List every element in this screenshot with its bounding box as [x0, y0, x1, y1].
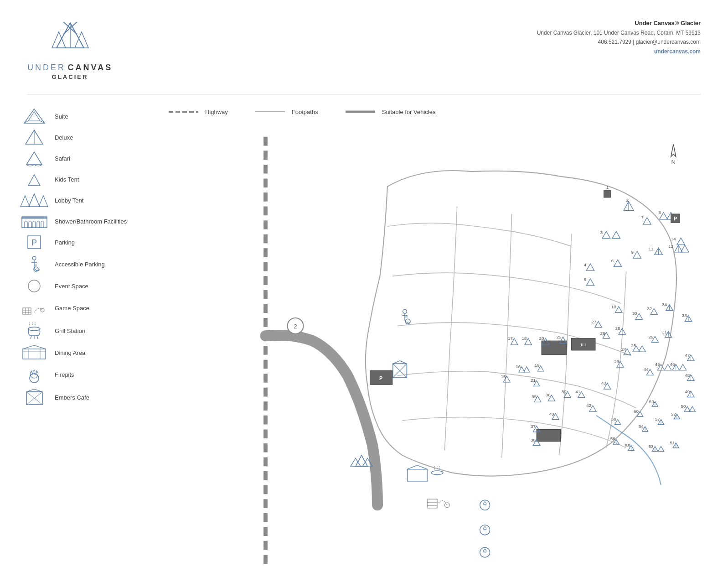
header-divider — [27, 94, 701, 94]
svg-marker-82 — [602, 231, 610, 238]
svg-text:36: 36 — [546, 392, 551, 397]
svg-text:34: 34 — [662, 302, 667, 307]
svg-text:19: 19 — [535, 363, 540, 368]
svg-marker-16 — [39, 196, 48, 207]
legend-item-game-space: Game Space — [18, 299, 150, 317]
svg-line-38 — [23, 345, 34, 349]
legend-item-shower: Shower/Bathroom Facilities — [18, 213, 150, 229]
svg-rect-24 — [23, 308, 31, 314]
svg-marker-14 — [21, 196, 30, 207]
svg-text:37: 37 — [531, 424, 536, 429]
legend-item-kids-tent: Kids Tent — [18, 171, 150, 187]
map-firepit-2 — [480, 525, 490, 535]
svg-text:9: 9 — [631, 250, 633, 255]
legend-highway: Highway — [169, 108, 228, 115]
svg-text:45: 45 — [655, 362, 660, 367]
suite-label: Suite — [55, 113, 68, 120]
svg-text:39: 39 — [562, 389, 567, 394]
company-phone: 406.521.7929 | glacier@undercanvas.com — [537, 37, 701, 47]
svg-text:3: 3 — [600, 230, 603, 235]
svg-text:55: 55 — [625, 443, 630, 448]
shower-label: Shower/Bathroom Facilities — [55, 218, 127, 225]
legend-item-safari: Safari — [18, 150, 150, 166]
map-firepit-1 — [480, 500, 490, 510]
svg-line-39 — [34, 345, 46, 349]
svg-text:11: 11 — [649, 246, 654, 251]
svg-marker-90 — [586, 264, 594, 270]
parking-label: Parking — [55, 239, 75, 246]
svg-point-23 — [28, 280, 40, 292]
svg-text:56: 56 — [610, 436, 615, 441]
legend-item-embers-cafe: Embers Cafe — [18, 388, 150, 406]
svg-marker-223 — [658, 446, 664, 451]
suite-icon — [18, 108, 50, 125]
svg-text:12: 12 — [668, 244, 673, 249]
kids-tent-icon — [18, 171, 50, 187]
svg-text:IIII: IIII — [581, 342, 586, 347]
svg-text:20: 20 — [539, 336, 544, 341]
svg-marker-7 — [28, 112, 40, 121]
svg-text:7: 7 — [641, 215, 643, 220]
map-accessible-parking — [403, 309, 410, 324]
event-space-icon — [18, 278, 50, 294]
svg-text:22: 22 — [557, 334, 562, 339]
safari-icon — [18, 150, 50, 166]
footpaths-icon — [255, 108, 287, 115]
grill-station-label: Grill Station — [55, 328, 85, 334]
svg-rect-56 — [542, 341, 567, 355]
svg-marker-166 — [679, 364, 686, 370]
map-svg: N — [160, 127, 710, 567]
legend-item-suite: Suite — [18, 108, 150, 125]
svg-text:6: 6 — [611, 258, 614, 263]
svg-line-65 — [407, 465, 417, 469]
svg-text:44: 44 — [644, 367, 649, 372]
svg-marker-13 — [28, 175, 40, 186]
logo-text: UNDER CANVAS GLACIER — [27, 63, 113, 80]
svg-marker-197 — [689, 406, 695, 411]
svg-text:41: 41 — [575, 389, 580, 394]
logo-canvas: CANVAS — [67, 63, 113, 72]
dining-area-icon — [18, 344, 50, 361]
svg-marker-47 — [26, 389, 42, 392]
game-space-label: Game Space — [55, 305, 89, 312]
grill-station-icon — [18, 322, 50, 340]
parking-icon: P — [18, 234, 50, 250]
svg-text:28: 28 — [615, 326, 620, 331]
svg-marker-171 — [524, 367, 530, 372]
svg-text:31: 31 — [662, 329, 667, 334]
svg-text:21: 21 — [531, 378, 536, 383]
svg-point-29 — [41, 308, 44, 312]
svg-text:P: P — [674, 216, 677, 221]
svg-text:58: 58 — [611, 416, 616, 421]
map-canvas: N — [160, 127, 710, 567]
legend-item-parking: P Parking — [18, 234, 150, 250]
svg-text:60: 60 — [634, 409, 639, 414]
svg-rect-17 — [22, 218, 47, 228]
legend-item-accessible-parking: Accessible Parking — [18, 255, 150, 273]
svg-text:8: 8 — [659, 210, 661, 215]
vehicles-label: Suitable for Vehicles — [382, 109, 436, 115]
svg-text:53: 53 — [649, 444, 654, 449]
svg-text:16: 16 — [516, 364, 521, 369]
highway-icon — [169, 108, 201, 115]
legend-vehicles: Suitable for Vehicles — [346, 108, 436, 115]
svg-rect-190 — [537, 429, 560, 441]
svg-text:1: 1 — [606, 185, 609, 190]
svg-text:52: 52 — [671, 411, 676, 416]
svg-text:46: 46 — [670, 362, 675, 367]
svg-point-70 — [431, 471, 443, 475]
logo-icon — [43, 18, 98, 59]
svg-marker-60 — [393, 361, 407, 364]
shower-icon — [18, 213, 50, 229]
svg-rect-37 — [23, 349, 46, 359]
highway-label: Highway — [205, 109, 228, 115]
svg-marker-120 — [615, 307, 622, 312]
embers-cafe-label: Embers Cafe — [55, 394, 89, 401]
map-section: Highway Footpaths Suitable for Vehicles — [160, 108, 710, 567]
game-space-icon — [18, 299, 50, 317]
svg-line-66 — [417, 465, 427, 469]
company-title: Under Canvas® Glacier — [537, 18, 701, 28]
svg-text:59: 59 — [649, 399, 654, 404]
svg-marker-15 — [29, 194, 40, 207]
legend-item-firepits: Firepits — [18, 365, 150, 384]
